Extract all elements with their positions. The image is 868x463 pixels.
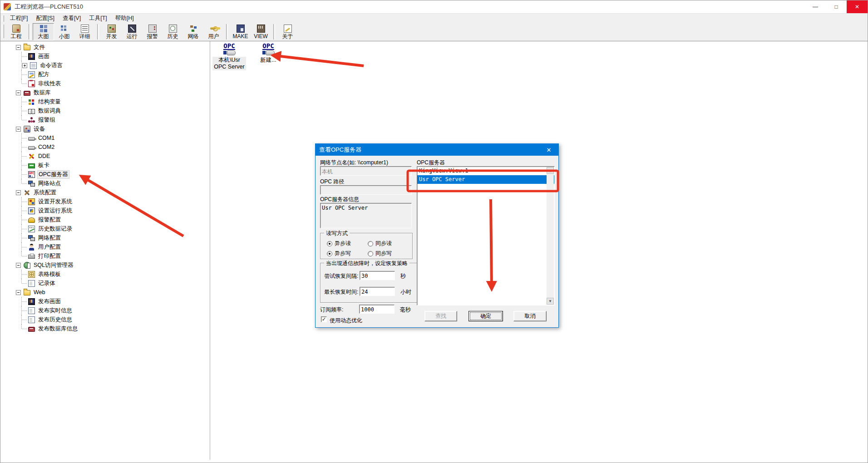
opc-path-input[interactable]	[320, 185, 412, 195]
tree-guide	[18, 52, 28, 61]
toolbar-button-view[interactable]: VIEW	[251, 23, 271, 40]
node-name-input[interactable]: 本机	[320, 166, 412, 176]
opc-path-label: OPC 路径	[320, 178, 344, 186]
radio-异步写[interactable]: 异步写	[327, 250, 351, 257]
tree-item-非线性表[interactable]: 非线性表	[12, 79, 210, 88]
radio-异步读[interactable]: 异步读	[327, 240, 351, 247]
tree-item-记录体[interactable]: 记录体	[12, 279, 210, 288]
tree-item-画面[interactable]: 画面	[12, 52, 210, 61]
scroll-up-icon[interactable]: ▲	[547, 167, 554, 174]
opc-server-list[interactable]: KingView.View.1Usr OPC Server ▲ ▼	[417, 166, 555, 305]
tree-item-设备[interactable]: 设备	[12, 124, 210, 133]
toolbar-button-运行[interactable]: 运行	[122, 23, 142, 40]
tree-item-配方[interactable]: 配方	[12, 70, 210, 79]
radio-icon[interactable]	[368, 251, 373, 256]
tree-item-label: 画面	[37, 53, 50, 60]
collapse-icon[interactable]	[16, 45, 21, 50]
minimize-button[interactable]: —	[805, 0, 826, 13]
collapse-icon[interactable]	[16, 263, 21, 268]
toolbar-button-make[interactable]: MAKE	[230, 23, 251, 40]
tree-item-设置运行系统[interactable]: 设置运行系统	[12, 206, 210, 215]
tree-item-发布画面[interactable]: 发布画面	[12, 297, 210, 306]
menu-item-3[interactable]: 查看[V]	[59, 14, 85, 23]
radio-同步读[interactable]: 同步读	[368, 240, 392, 247]
subscribe-rate-input[interactable]: 1000	[359, 305, 395, 314]
tree-item-文件[interactable]: 文件	[12, 43, 210, 52]
toolbar-button-网络[interactable]: 网络	[183, 23, 203, 40]
toolbar-button-关于[interactable]: 关于	[277, 23, 298, 40]
dde-icon	[28, 153, 35, 160]
radio-checked-icon[interactable]	[327, 241, 332, 246]
tree-item-发布实时信息[interactable]: 发布实时信息	[12, 306, 210, 315]
search-button[interactable]: 查找	[424, 311, 457, 321]
tree-item-报警配置[interactable]: 报警配置	[12, 215, 210, 224]
tree-item-发布历史信息[interactable]: 发布历史信息	[12, 315, 210, 324]
toolbar-button-开发[interactable]: 开发	[101, 23, 122, 40]
radio-checked-icon[interactable]	[327, 251, 332, 256]
tree-guide	[18, 106, 28, 115]
dynamic-optimize-checkbox[interactable]: ✓	[321, 316, 327, 322]
collapse-icon[interactable]	[16, 127, 21, 132]
subscribe-rate-label: 订阅频率:	[320, 306, 343, 314]
ok-button[interactable]: 确定	[469, 311, 503, 321]
radio-icon[interactable]	[368, 241, 373, 246]
tree-item-表格模板[interactable]: 表格模板	[12, 270, 210, 279]
dialog-close-icon[interactable]: ✕	[539, 144, 558, 156]
tree-item-发布数据库信息[interactable]: 发布数据库信息	[12, 324, 210, 333]
new-opc-item[interactable]: OPC新建...	[250, 43, 286, 64]
tree-item-COM1[interactable]: COM1	[12, 133, 210, 143]
toolbar-button-大图[interactable]: 大图	[33, 23, 54, 40]
toolbar-button-详细[interactable]: 详细	[74, 23, 95, 40]
tree-item-打印配置[interactable]: 打印配置	[12, 251, 210, 261]
tree-item-设置开发系统[interactable]: 设置开发系统	[12, 197, 210, 206]
toolbar-button-历史[interactable]: 历史	[163, 23, 183, 40]
tree-item-网络站点[interactable]: 网络站点	[12, 179, 210, 188]
collapse-icon[interactable]	[16, 190, 21, 195]
server-list-row[interactable]: KingView.View.1	[417, 167, 554, 175]
maximize-button[interactable]: □	[826, 0, 847, 13]
list-scrollbar[interactable]: ▲ ▼	[547, 167, 554, 305]
history-icon	[28, 226, 35, 232]
tree-item-系统配置[interactable]: 系统配置	[12, 188, 210, 197]
tree-item-label: 发布历史信息	[37, 316, 73, 324]
tree-item-板卡[interactable]: 板卡	[12, 161, 210, 170]
tree-item-label: 打印配置	[37, 252, 62, 260]
toolbar-button-小图[interactable]: 小图	[54, 23, 74, 40]
scroll-down-icon[interactable]: ▼	[547, 298, 554, 305]
menu-item-1[interactable]: 工程[F]	[6, 14, 32, 23]
retry-interval-input[interactable]: 30	[360, 271, 395, 280]
opc-icon	[28, 171, 35, 178]
tree-item-结构变量[interactable]: 结构变量	[12, 97, 210, 106]
tree-item-DDE[interactable]: DDE	[12, 152, 210, 161]
menu-item-5[interactable]: 帮助[H]	[111, 14, 138, 23]
tree-item-历史数据记录[interactable]: 历史数据记录	[12, 224, 210, 233]
tree-item-用户配置[interactable]: 用户配置	[12, 242, 210, 251]
tree-item-OPC服务器[interactable]: OPC服务器	[12, 170, 210, 179]
menu-item-4[interactable]: 工具[T]	[85, 14, 111, 23]
toolbar-button-用户[interactable]: 用户	[203, 23, 224, 40]
toolbar-button-工程[interactable]: 工程	[6, 23, 26, 40]
tree-item-label: 系统配置	[33, 189, 57, 197]
close-button[interactable]: ✕	[847, 0, 868, 13]
tree-item-网络配置[interactable]: 网络配置	[12, 233, 210, 242]
expand-icon[interactable]	[22, 63, 27, 68]
opc-server-item[interactable]: OPC本机\UsrOPC Server	[211, 43, 247, 70]
tree-item-数据库[interactable]: 数据库	[12, 88, 210, 97]
card-icon	[28, 163, 35, 168]
server-list-row[interactable]: Usr OPC Server	[417, 175, 554, 184]
cancel-button[interactable]: 取消	[513, 311, 547, 321]
max-recover-input[interactable]: 24	[360, 287, 395, 296]
collapse-icon[interactable]	[16, 90, 21, 95]
radio-同步写[interactable]: 同步写	[368, 250, 392, 257]
nonlinear-icon	[28, 80, 35, 87]
tree-item-数据词典[interactable]: 数据词典	[12, 106, 210, 115]
tree-item-报警组[interactable]: 报警组	[12, 115, 210, 124]
collapse-icon[interactable]	[16, 290, 21, 295]
tree-item-Web[interactable]: Web	[12, 288, 210, 297]
tree-item-SQL访问管理器[interactable]: SQL访问管理器	[12, 261, 210, 270]
network-icon	[189, 25, 197, 33]
toolbar-button-报警[interactable]: 报警	[142, 23, 163, 40]
tree-item-命令语言[interactable]: 命令语言	[12, 61, 210, 70]
tree-item-COM2[interactable]: COM2	[12, 143, 210, 152]
menu-item-2[interactable]: 配置[S]	[32, 14, 59, 23]
